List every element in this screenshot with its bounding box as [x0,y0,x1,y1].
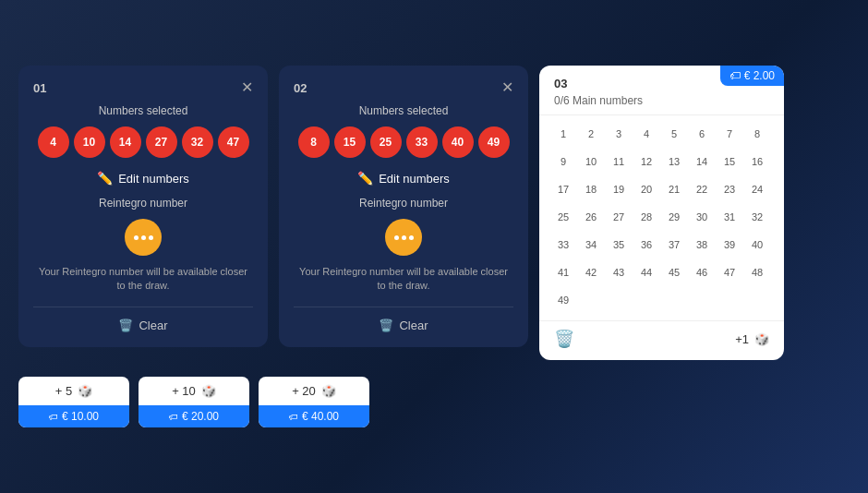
cal-cell-2[interactable]: 2 [578,121,604,147]
reintegro-note-01: Your Reintegro number will be available … [33,265,253,294]
ball-01-6[interactable]: 47 [218,126,249,158]
close-button-02[interactable]: ✕ [501,80,513,95]
bet-card-10[interactable]: + 10 🎲 🏷 € 20.00 [139,377,249,427]
ticket-number-02: 02 [294,81,307,95]
close-button-01[interactable]: ✕ [241,80,253,95]
ticket-card-02: 02 ✕ Numbers selected 8 15 25 33 40 49 ✏… [279,66,528,347]
dice-icon-20: 🎲 [321,384,336,398]
cal-cell-17[interactable]: 17 [550,176,576,202]
cal-cell-47[interactable]: 47 [717,259,742,285]
cal-cell-26[interactable]: 26 [578,204,604,230]
tag-icon-5: 🏷 [49,412,58,422]
ball-02-6[interactable]: 49 [478,126,510,158]
calendar-plus-button[interactable]: +1 🎲 [735,332,769,346]
cal-cell-33[interactable]: 33 [550,232,576,258]
reintegro-ball-01 [125,219,162,256]
cal-cell-24[interactable]: 24 [744,176,770,202]
cal-cell-6[interactable]: 6 [689,121,715,147]
bet-card-5-top: + 5 🎲 [18,377,129,405]
ball-02-3[interactable]: 25 [370,126,402,158]
cal-cell-31[interactable]: 31 [717,204,742,230]
cal-cell-18[interactable]: 18 [578,176,604,202]
cal-cell-38[interactable]: 38 [689,232,715,258]
bet-price-5: € 10.00 [62,410,99,423]
edit-icon-02: ✏️ [357,171,373,186]
reintegro-dots-02 [394,235,414,240]
cal-cell-40[interactable]: 40 [744,232,770,258]
cal-cell-7[interactable]: 7 [717,121,742,147]
cal-cell-25[interactable]: 25 [550,204,576,230]
number-balls-02: 8 15 25 33 40 49 [294,126,513,158]
ball-02-2[interactable]: 15 [334,126,366,158]
bet-card-20[interactable]: + 20 🎲 🏷 € 40.00 [259,377,369,427]
cal-cell-22[interactable]: 22 [689,176,715,202]
cal-cell-10[interactable]: 10 [578,149,604,174]
clear-button-02[interactable]: 🗑️ Clear [294,319,513,332]
cal-cell-3[interactable]: 3 [606,121,632,147]
ball-01-2[interactable]: 10 [74,126,105,158]
cal-cell-44[interactable]: 44 [633,259,659,285]
dot-01-1 [134,235,139,240]
ball-01-4[interactable]: 27 [146,126,177,158]
number-balls-01: 4 10 14 27 32 47 [33,126,253,158]
cal-cell-21[interactable]: 21 [661,176,687,202]
cal-cell-16[interactable]: 16 [744,149,770,174]
dot-01-3 [149,235,153,240]
cal-cell-35[interactable]: 35 [606,232,632,258]
bet-label-10: + 10 [172,384,196,398]
cal-cell-36[interactable]: 36 [633,232,659,258]
cal-cell-49[interactable]: 49 [550,287,576,313]
ball-01-5[interactable]: 32 [182,126,213,158]
tag-icon: 🏷 [729,69,741,82]
cal-cell-32[interactable]: 32 [744,204,770,230]
edit-numbers-button-01[interactable]: ✏️ Edit numbers [33,171,253,186]
cal-cell-11[interactable]: 11 [606,149,632,174]
ball-01-3[interactable]: 14 [110,126,141,158]
cal-cell-13[interactable]: 13 [661,149,687,174]
cal-cell-34[interactable]: 34 [578,232,604,258]
cal-cell-27[interactable]: 27 [606,204,632,230]
edit-numbers-button-02[interactable]: ✏️ Edit numbers [294,171,513,186]
cal-cell-8[interactable]: 8 [744,121,770,147]
ball-01-1[interactable]: 4 [38,126,69,158]
cal-cell-41[interactable]: 41 [550,259,576,285]
cal-cell-43[interactable]: 43 [606,259,632,285]
cal-cell-14[interactable]: 14 [689,149,715,174]
cal-cell-5[interactable]: 5 [661,121,687,147]
cal-cell-20[interactable]: 20 [633,176,659,202]
cal-cell-19[interactable]: 19 [606,176,632,202]
bet-card-10-top: + 10 🎲 [139,377,249,405]
cal-cell-42[interactable]: 42 [578,259,604,285]
cal-cell-15[interactable]: 15 [717,149,742,174]
cal-cell-4[interactable]: 4 [633,121,659,147]
clear-button-01[interactable]: 🗑️ Clear [33,319,253,332]
cal-cell-46[interactable]: 46 [689,259,715,285]
edit-numbers-label-01: Edit numbers [118,172,189,186]
calendar-row-2: 9 10 11 12 13 14 15 16 [550,149,773,174]
bet-price-20: € 40.00 [302,410,339,423]
cal-cell-39[interactable]: 39 [717,232,742,258]
ball-02-4[interactable]: 33 [406,126,438,158]
dice-icon: 🎲 [754,332,769,346]
reintegro-note-02: Your Reintegro number will be available … [294,265,513,294]
cal-cell-29[interactable]: 29 [661,204,687,230]
cal-cell-23[interactable]: 23 [717,176,742,202]
calendar-footer: 🗑️ +1 🎲 [539,320,784,360]
clear-label-02: Clear [399,319,428,332]
bet-card-5[interactable]: + 5 🎲 🏷 € 10.00 [18,377,129,427]
cal-cell-30[interactable]: 30 [689,204,715,230]
cal-cell-37[interactable]: 37 [661,232,687,258]
bet-card-20-bottom: 🏷 € 40.00 [259,405,369,427]
cal-cell-45[interactable]: 45 [661,259,687,285]
cal-cell-1[interactable]: 1 [550,121,576,147]
cal-cell-28[interactable]: 28 [633,204,659,230]
ball-02-1[interactable]: 8 [298,126,330,158]
cal-cell-12[interactable]: 12 [633,149,659,174]
cal-cell-48[interactable]: 48 [744,259,770,285]
cal-cell-9[interactable]: 9 [550,149,576,174]
dice-icon-5: 🎲 [78,384,92,398]
bet-card-20-top: + 20 🎲 [259,377,369,405]
calendar-clear-button[interactable]: 🗑️ [554,329,574,349]
ball-02-5[interactable]: 40 [442,126,474,158]
numbers-selected-label-01: Numbers selected [33,104,253,117]
